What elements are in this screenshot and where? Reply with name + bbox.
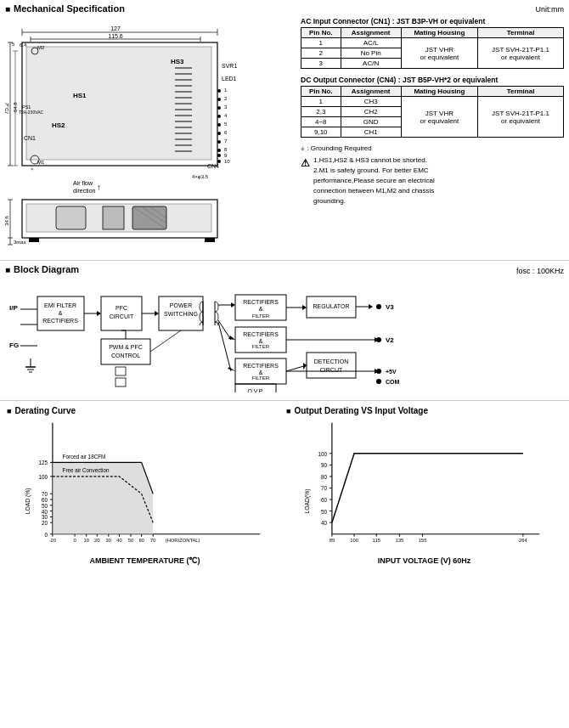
- svg-text:115.6: 115.6: [108, 33, 123, 39]
- table-row: 1 AC/L JST VHRor equivalent JST SVH-21T-…: [301, 38, 564, 48]
- ac-col-terminal: Terminal: [478, 28, 564, 38]
- svg-marker-206: [53, 462, 153, 533]
- ac-col-assign: Assignment: [341, 28, 401, 38]
- svg-text:80: 80: [321, 474, 328, 480]
- svg-rect-163: [115, 367, 126, 375]
- svg-text:EMI FILTER: EMI FILTER: [44, 302, 76, 308]
- dc-connector-title: DC Output Connector (CN4) : JST B5P-VH*2…: [301, 76, 564, 84]
- svg-text:CONTROL: CONTROL: [111, 353, 140, 358]
- svg-text:85: 85: [330, 538, 335, 543]
- svg-text:70: 70: [42, 491, 48, 497]
- svg-text:V2: V2: [386, 336, 394, 344]
- svg-point-65: [217, 140, 221, 144]
- svg-text:PWM & PFC: PWM & PFC: [109, 344, 143, 350]
- svg-text:127: 127: [110, 25, 121, 31]
- block-diagram-container: I/P FG EMI FILTER & RECTIFIERS PFC CIRCU…: [5, 278, 564, 397]
- svg-text:LOAD(%): LOAD(%): [304, 488, 311, 513]
- svg-text:LED1: LED1: [222, 76, 237, 82]
- svg-text:HS1: HS1: [73, 92, 87, 99]
- svg-text:70: 70: [150, 538, 155, 543]
- svg-text:264: 264: [519, 538, 527, 543]
- svg-text:2: 2: [224, 96, 228, 101]
- svg-text:1: 1: [224, 87, 228, 93]
- dc-col-assign: Assignment: [341, 87, 401, 97]
- svg-text:HS3: HS3: [171, 58, 184, 65]
- svg-text:50: 50: [321, 509, 328, 515]
- svg-line-165: [150, 330, 181, 352]
- svg-text:50: 50: [128, 538, 133, 543]
- svg-rect-88: [29, 238, 39, 242]
- svg-marker-116: [231, 302, 235, 308]
- svg-marker-149: [303, 363, 307, 370]
- svg-text:FILTER: FILTER: [252, 313, 270, 319]
- output-derating-title: Output Derating VS Input Voltage: [286, 406, 562, 415]
- svg-text:100: 100: [39, 474, 48, 480]
- derating-curve-title: Derating Curve: [7, 406, 283, 415]
- svg-text:RECTIFIERS: RECTIFIERS: [243, 331, 279, 337]
- output-derating-svg: 40 50 60 70 80 90 100 LOAD(%) 85 100: [286, 419, 562, 555]
- svg-text:&: &: [259, 338, 263, 344]
- svg-text:7: 7: [224, 138, 228, 144]
- svg-text:RECTIFIERS: RECTIFIERS: [243, 363, 279, 369]
- svg-text:POWER: POWER: [170, 302, 192, 308]
- svg-text:70: 70: [321, 485, 328, 491]
- unit-label: Unit:mm: [536, 5, 565, 14]
- svg-text:FILTER: FILTER: [252, 344, 270, 349]
- svg-text:0: 0: [73, 538, 76, 543]
- output-derating-chart-area: 40 50 60 70 80 90 100 LOAD(%) 85 100: [286, 419, 562, 555]
- note-2: 2.M1 is safety ground. For better EMCper…: [313, 166, 435, 206]
- svg-marker-144: [228, 367, 235, 371]
- mechanical-title: Mechanical Specification: [5, 3, 125, 14]
- svg-text:↑: ↑: [97, 183, 101, 192]
- svg-text:RECTIFIERS: RECTIFIERS: [243, 299, 279, 305]
- svg-text:60: 60: [42, 497, 48, 503]
- svg-text:3: 3: [224, 104, 228, 110]
- svg-text:64.8: 64.8: [13, 102, 18, 112]
- svg-text:CIRCUT: CIRCUT: [320, 367, 343, 373]
- derating-xlabel: AMBIENT TEMPERATURE (℃): [7, 556, 283, 565]
- dc-connector-table: Pin No. Assignment Mating Housing Termin…: [301, 86, 564, 138]
- svg-rect-145: [307, 353, 356, 378]
- mechanical-section: Mechanical Specification Unit:mm 127: [0, 0, 569, 261]
- svg-point-61: [217, 106, 221, 110]
- connector-tables: AC Input Connector (CN1) : JST B3P-VH or…: [301, 17, 564, 257]
- svg-marker-109: [155, 311, 159, 316]
- svg-text:34.6: 34.6: [5, 216, 9, 226]
- svg-point-62: [217, 115, 221, 118]
- ac-col-housing: Mating Housing: [401, 28, 477, 38]
- svg-text:⏚: ⏚: [31, 166, 34, 171]
- svg-text:direction: direction: [73, 188, 96, 194]
- svg-point-64: [217, 132, 221, 135]
- svg-text:30: 30: [106, 538, 111, 543]
- svg-text:4×φ3.5: 4×φ3.5: [192, 174, 209, 179]
- svg-text:SWITCHING: SWITCHING: [164, 311, 198, 317]
- svg-text:-20: -20: [49, 538, 56, 543]
- svg-text:20: 20: [94, 538, 99, 543]
- svg-text:0: 0: [45, 532, 48, 538]
- mechanical-diagram: 127 115.6 5 75.2 64.8 6.4: [5, 17, 294, 257]
- svg-text:HS2: HS2: [52, 121, 65, 129]
- svg-text:&: &: [259, 370, 263, 375]
- output-derating-xlabel: INPUT VOLTAGE (V) 60Hz: [286, 556, 562, 565]
- svg-text:9: 9: [224, 153, 228, 158]
- svg-text:+5V: +5V: [386, 369, 397, 375]
- svg-text:115: 115: [372, 538, 380, 543]
- svg-text:CN4: CN4: [207, 163, 219, 169]
- warning-notes: ⚠ 1.HS1,HS2 & HS3 cannot be shorted. 2.M…: [301, 155, 564, 206]
- svg-rect-83: [103, 206, 124, 229]
- svg-text:75.2: 75.2: [5, 103, 9, 115]
- svg-point-68: [217, 160, 221, 163]
- charts-section: Derating Curve 0 20 30 40 50 60: [0, 401, 569, 570]
- svg-point-127: [376, 304, 381, 309]
- svg-text:(HORIZONTAL): (HORIZONTAL): [166, 538, 200, 543]
- svg-text:60: 60: [321, 497, 328, 503]
- svg-text:10: 10: [83, 538, 88, 543]
- svg-marker-122: [302, 305, 307, 310]
- svg-text:Air flow: Air flow: [73, 180, 93, 186]
- note-1: 1.HS1,HS2 & HS3 cannot be shorted.: [313, 155, 435, 166]
- svg-text:4: 4: [224, 113, 228, 118]
- svg-text:10: 10: [224, 159, 230, 164]
- ac-connector-title: AC Input Connector (CN1) : JST B3P-VH or…: [301, 17, 564, 25]
- svg-text:CN1: CN1: [24, 135, 36, 141]
- svg-text:LOAD (%): LOAD (%): [25, 488, 31, 515]
